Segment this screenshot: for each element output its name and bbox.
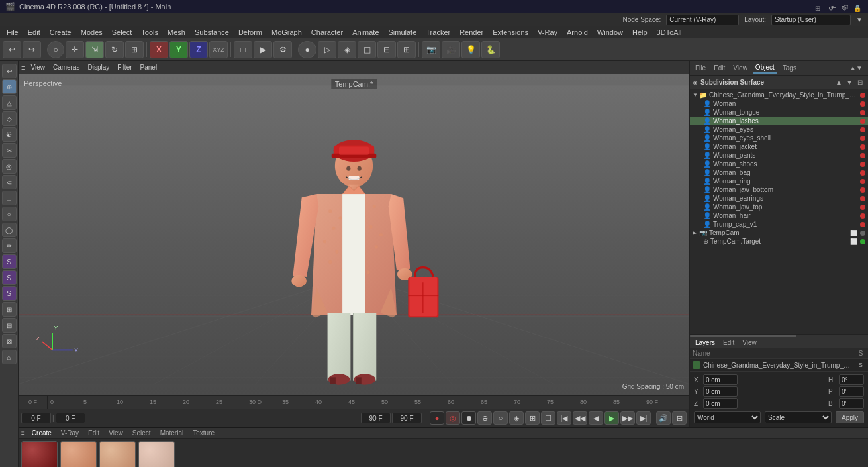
tree-item-lashes[interactable]: 👤 Woman_lashes [690,117,868,125]
menu-extensions[interactable]: Extensions [489,28,532,37]
axis-xyz-btn[interactable]: XYZ [209,41,228,58]
menu-render[interactable]: Render [456,28,487,37]
coord-y-pos[interactable] [703,386,738,397]
mat-woman-3[interactable]: Woman... [138,441,175,467]
tree-item-tempcam-target[interactable]: ⊕ TempCam.Target ⬜ [690,237,868,246]
rtab-edit[interactable]: Edit [711,63,728,73]
rtab-object[interactable]: Object [753,62,777,74]
rtab-view[interactable]: View [730,63,750,73]
rtab-file[interactable]: File [693,63,708,73]
axis-z-btn[interactable]: Z [189,41,208,58]
lsb-paint[interactable]: ◇ [2,111,17,126]
lsb-move[interactable]: ⊕ [2,79,17,94]
menu-edit[interactable]: Edit [24,28,44,37]
script-btn[interactable]: 🐍 [481,41,500,58]
menu-arnold[interactable]: Arnold [563,28,592,37]
timeline-ruler[interactable]: 0 F 0 5 10 15 20 25 30 D 35 40 45 50 55 … [19,396,689,409]
tree-item-root[interactable]: 📁 Chinese_Grandma_Everyday_Style_in_Trum… [690,91,868,99]
tree-item-ring[interactable]: 👤 Woman_ring [690,177,868,185]
lsb-magnet[interactable]: S [2,254,17,269]
menu-file[interactable]: File [3,28,23,37]
tree-expand-root[interactable] [693,92,698,98]
lsb-select[interactable]: △ [2,95,17,110]
tc-pla-btn[interactable]: ☐ [541,411,555,425]
lsb-sphere[interactable]: ○ [2,207,17,221]
menu-select[interactable]: Select [108,28,136,37]
viewport-btn[interactable]: 🎥 [442,41,460,58]
mat-tab-texture[interactable]: Texture [190,429,217,437]
display-mode5[interactable]: ⊟ [377,41,396,58]
settings-btn[interactable]: ⚙ [273,41,292,58]
frame-end-input[interactable] [361,413,391,423]
lsb-grid3[interactable]: ⊠ [2,334,17,348]
rb-tab-layers[interactable]: Layers [693,338,718,347]
transform-btn[interactable]: ⊞ [125,41,144,58]
tree-item-tongue[interactable]: 👤 Woman_tongue [690,108,868,117]
lsb-cube[interactable]: □ [2,191,17,205]
motion-clip-btn[interactable]: ⊟ [672,411,687,425]
camera-btn[interactable]: 📷 [422,41,440,58]
tree-expand-all[interactable]: ▼ [844,77,855,87]
lsb-knife[interactable]: ✂ [2,143,17,158]
goto-end-btn[interactable]: ▶| [636,411,651,425]
mat-tab-create[interactable]: Create [29,429,54,437]
coord-h-val[interactable] [839,374,864,385]
vp-icon-expand[interactable]: ⊞ [812,3,823,13]
menu-simulate[interactable]: Simulate [385,28,421,37]
tree-item-earrings[interactable]: 👤 Woman_earrings [690,194,868,203]
coord-scale-select[interactable]: Scale [765,411,832,423]
vp-view[interactable]: View [28,63,48,72]
menu-substance[interactable]: Substance [191,28,233,37]
menu-window[interactable]: Window [593,28,627,37]
tc-scale-btn[interactable]: ◈ [509,411,524,425]
axis-y-btn[interactable]: Y [169,41,188,58]
tree-item-cap[interactable]: 👤 Trump_cap_v1 [690,220,868,229]
rtab-more[interactable]: ▲▼ [847,63,865,73]
layout-arrow[interactable]: ▼ [856,16,863,23]
menu-deform[interactable]: Deform [234,28,266,37]
next-key-btn[interactable]: ▶▶ [620,411,635,425]
menu-help[interactable]: Help [628,28,651,37]
mat-menu-icon[interactable]: ≡ [21,429,25,437]
coord-b-val[interactable] [839,398,864,409]
tree-item-eyes[interactable]: 👤 Woman_eyes [690,125,868,134]
light-btn[interactable]: 💡 [461,41,480,58]
keyframe-record-btn[interactable]: ● [430,411,444,425]
tree-item-shoes[interactable]: 👤 Woman_shoes [690,160,868,168]
lsb-btn-1[interactable]: ↩ [2,64,17,78]
mat-trump-cap[interactable]: Trump_c... [21,441,58,467]
menu-mograph[interactable]: MoGraph [267,28,306,37]
tc-param-btn[interactable]: ⊞ [525,411,540,425]
goto-start-btn[interactable]: |◀ [557,411,571,425]
audio-btn[interactable]: 🔊 [656,411,671,425]
tree-filter[interactable]: ⊟ [855,77,865,87]
nodespace-input[interactable] [666,15,739,25]
viewport[interactable]: X Y Z [19,74,689,395]
axis-x-btn[interactable]: X [150,41,168,58]
tree-item-pants[interactable]: 👤 Woman_pants [690,151,868,160]
menu-vray[interactable]: V-Ray [534,28,561,37]
menu-animate[interactable]: Animate [348,28,383,37]
layout-input[interactable] [771,15,851,25]
tree-item-tempcam[interactable]: ▶ 📷 TempCam ⬜ [690,229,868,237]
coord-world-select[interactable]: World Object [694,411,761,423]
vp-icon-nav1[interactable]: ↺ [826,3,836,13]
display-mode3[interactable]: ◈ [338,41,356,58]
mat-tab-material[interactable]: Material [158,429,187,437]
move-btn[interactable]: ✛ [66,41,84,58]
mat-woman-2[interactable]: Woman... [99,441,136,467]
vp-panel[interactable]: Panel [138,63,160,72]
undo-btn[interactable]: ↩ [3,41,21,58]
obj-mode-btn[interactable]: □ [234,41,252,58]
vp-filter[interactable]: Filter [115,63,134,72]
frame-current-input[interactable] [21,413,51,423]
layers-item[interactable]: Chinese_Grandma_Everyday_Style_in_Trump_… [690,359,868,371]
lsb-5[interactable]: ◎ [2,159,17,174]
vp-cameras[interactable]: Cameras [50,63,83,72]
tree-item-bag[interactable]: 👤 Woman_bag [690,168,868,177]
vp-menu-icon[interactable]: ≡ [21,64,25,72]
rb-tab-view[interactable]: View [740,338,759,347]
tc-move-btn[interactable]: ⊕ [477,411,492,425]
frame-display-input[interactable] [56,413,85,423]
lsb-6[interactable]: ⊂ [2,175,17,189]
